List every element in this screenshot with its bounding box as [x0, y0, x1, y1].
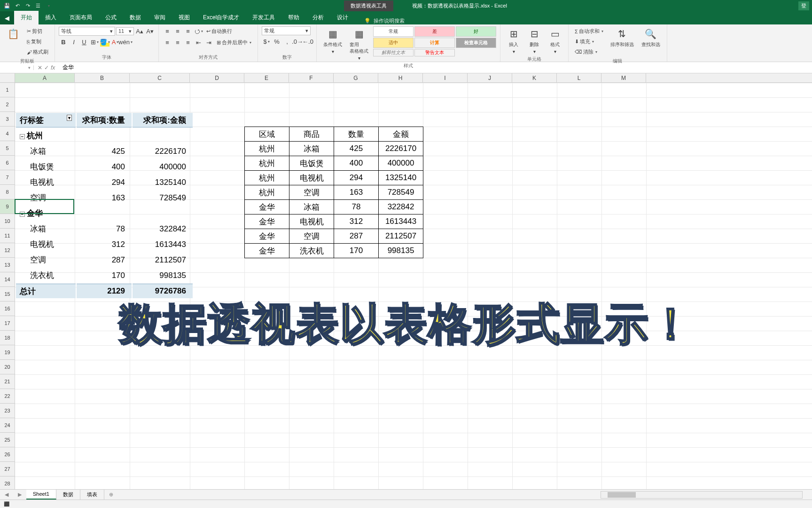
ribbon-tab-设计[interactable]: 设计	[330, 11, 355, 24]
col-header[interactable]: B	[75, 73, 130, 82]
row-header[interactable]: 3	[0, 112, 15, 127]
col-header[interactable]: G	[334, 73, 378, 82]
add-sheet-button[interactable]: ⊕	[104, 492, 118, 498]
number-format-combo[interactable]: 常规▾	[262, 26, 311, 35]
align-bottom-icon[interactable]: ≡	[183, 27, 193, 36]
row-header[interactable]: 7	[0, 170, 15, 185]
horizontal-scrollbar[interactable]	[601, 491, 803, 499]
style-normal[interactable]: 常规	[373, 26, 414, 37]
column-headers[interactable]: ABCDEFGHIJKLM	[0, 73, 812, 83]
row-header[interactable]: 27	[0, 462, 15, 476]
style-neutral[interactable]: 适中	[373, 38, 414, 48]
row-headers[interactable]: 1234567891011121314151617181920212223242…	[0, 83, 15, 491]
decrease-font-icon[interactable]: A▾	[145, 26, 155, 36]
delete-cells-button[interactable]: ⊟删除▾	[525, 26, 544, 55]
format-cells-button[interactable]: ▭格式▾	[546, 26, 564, 55]
undo-icon[interactable]: ↶	[13, 1, 22, 10]
row-header[interactable]: 10	[0, 214, 15, 229]
ribbon-tab-开始[interactable]: 开始	[14, 11, 39, 24]
formula-input[interactable]: 金华	[59, 64, 812, 71]
row-header[interactable]: 19	[0, 345, 15, 360]
style-check[interactable]: 检查单元格	[456, 38, 496, 48]
row-header[interactable]: 24	[0, 418, 15, 433]
enter-icon[interactable]: ✓	[44, 64, 49, 71]
fill-button[interactable]: ⬇ 填充	[572, 37, 606, 47]
align-center-icon[interactable]: ≡	[173, 38, 182, 48]
row-header[interactable]: 22	[0, 389, 15, 404]
autosum-button[interactable]: Σ 自动求和	[572, 26, 606, 36]
format-as-table-button[interactable]: ▦套用 表格格式▾	[347, 26, 371, 62]
qat-dropdown-icon[interactable]	[44, 1, 53, 10]
dec-decimal-icon[interactable]: ←.0	[303, 37, 312, 46]
inc-decimal-icon[interactable]: .0→	[293, 37, 302, 46]
row-header[interactable]: 9	[0, 199, 15, 214]
border-icon[interactable]: ⊞	[90, 37, 99, 47]
col-header[interactable]: H	[378, 73, 423, 82]
record-macro-icon[interactable]: ⬛	[4, 501, 9, 507]
align-right-icon[interactable]: ≡	[183, 38, 193, 48]
col-header[interactable]: F	[289, 73, 334, 82]
conditional-format-button[interactable]: ▦条件格式▾	[320, 26, 345, 55]
row-header[interactable]: 11	[0, 229, 15, 243]
cell-grid[interactable]: 行标签 ▾求和项:数量求和项:金额−杭州冰箱4252226170电饭煲40040…	[15, 83, 812, 491]
italic-icon[interactable]: I	[69, 37, 78, 47]
row-header[interactable]: 21	[0, 374, 15, 389]
col-header[interactable]: D	[190, 73, 244, 82]
row-header[interactable]: 8	[0, 185, 15, 199]
sheet-tab[interactable]: 填表	[80, 490, 104, 500]
ribbon-tab-开发工具[interactable]: 开发工具	[246, 11, 281, 24]
percent-icon[interactable]: %	[272, 37, 281, 46]
insert-cells-button[interactable]: ⊞插入▾	[504, 26, 523, 55]
comma-icon[interactable]: ,	[282, 37, 292, 46]
col-header[interactable]: J	[468, 73, 512, 82]
clear-button[interactable]: ⌫ 清除	[572, 47, 606, 57]
ribbon-tab-Excel自学成才[interactable]: Excel自学成才	[196, 11, 246, 24]
row-header[interactable]: 6	[0, 156, 15, 170]
ribbon-tab-审阅[interactable]: 审阅	[148, 11, 172, 24]
row-header[interactable]: 1	[0, 83, 15, 97]
sheet-nav-prev[interactable]: ◀	[0, 492, 13, 498]
col-header[interactable]: C	[130, 73, 190, 82]
merge-center-button[interactable]: ⊞ 合并后居中	[214, 38, 254, 48]
col-header[interactable]: K	[512, 73, 557, 82]
row-header[interactable]: 20	[0, 360, 15, 374]
sheet-tab[interactable]: 数据	[56, 490, 80, 500]
select-all-corner[interactable]	[0, 73, 15, 82]
col-header[interactable]: M	[601, 73, 646, 82]
style-good[interactable]: 好	[456, 26, 496, 37]
redo-icon[interactable]: ↷	[23, 1, 32, 10]
cell-styles-gallery[interactable]: 常规 差 好 适中 计算 检查单元格 解释性文本 警告文本	[373, 26, 496, 56]
font-name-combo[interactable]: 等线▾	[59, 27, 115, 36]
row-header[interactable]: 23	[0, 404, 15, 418]
style-explain[interactable]: 解释性文本	[373, 49, 414, 56]
ribbon-tab-视图[interactable]: 视图	[172, 11, 196, 24]
login-button[interactable]: 登	[798, 1, 809, 10]
copy-button[interactable]: ⎘ 复制	[24, 37, 51, 47]
ribbon-tab-分析[interactable]: 分析	[306, 11, 330, 24]
col-header[interactable]: A	[15, 73, 75, 82]
phonetic-icon[interactable]: wén	[121, 37, 130, 47]
row-header[interactable]: 4	[0, 127, 15, 141]
ribbon-tab-插入[interactable]: 插入	[39, 11, 63, 24]
fill-color-icon[interactable]: 🪣	[100, 37, 109, 47]
row-header[interactable]: 13	[0, 258, 15, 272]
row-header[interactable]: 5	[0, 141, 15, 156]
row-header[interactable]: 2	[0, 97, 15, 112]
align-left-icon[interactable]: ≡	[163, 38, 172, 48]
pivot-table[interactable]: 行标签 ▾求和项:数量求和项:金额−杭州冰箱4252226170电饭煲40040…	[15, 112, 194, 299]
save-icon[interactable]: 💾	[3, 1, 11, 10]
format-painter-button[interactable]: 🖌 格式刷	[24, 47, 51, 57]
font-size-combo[interactable]: 11▾	[116, 27, 134, 35]
spreadsheet[interactable]: ABCDEFGHIJKLM 12345678910111213141516171…	[0, 73, 812, 497]
indent-dec-icon[interactable]: ⇤	[194, 38, 203, 48]
increase-font-icon[interactable]: A▴	[135, 26, 144, 36]
tell-me-search[interactable]: 💡 操作说明搜索	[364, 17, 405, 24]
file-tab[interactable]: ◀	[0, 11, 14, 24]
align-middle-icon[interactable]: ≡	[173, 27, 182, 36]
indent-inc-icon[interactable]: ⇥	[204, 38, 213, 48]
underline-icon[interactable]: U	[79, 37, 89, 47]
sort-filter-button[interactable]: ⇅排序和筛选	[608, 26, 637, 49]
bold-icon[interactable]: B	[59, 37, 68, 47]
name-box[interactable]: ▾	[0, 65, 34, 70]
style-warn[interactable]: 警告文本	[414, 49, 455, 56]
